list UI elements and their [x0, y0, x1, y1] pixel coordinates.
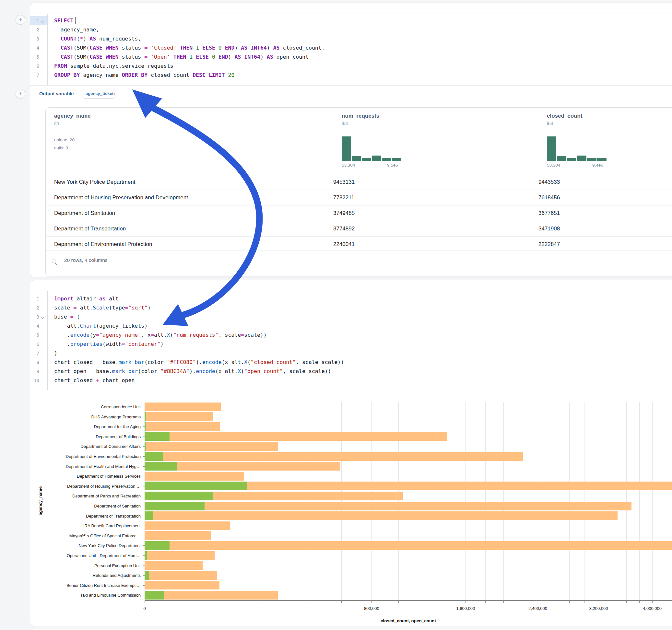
line-number: 10	[30, 376, 39, 385]
python-cell: 1import altair as alt2scale = alt.Scale(…	[30, 280, 672, 626]
hist-min-label: 53,304	[342, 163, 355, 168]
table-cell: Department of Transportation	[46, 221, 333, 236]
stat-nulls: nulls: 0	[54, 144, 342, 152]
code-line[interactable]: 6FROM sample_data.nyc.service_requests	[30, 62, 672, 71]
line-number: 5	[30, 331, 39, 340]
line-number: 4	[30, 321, 39, 331]
table-row[interactable]: Department of Transportation377489234719…	[46, 221, 672, 236]
hist-min-label: 53,304	[547, 163, 560, 168]
line-number: 1	[30, 294, 39, 303]
table-cell: 2222847	[538, 237, 672, 252]
table-cell: 2240041	[333, 237, 538, 252]
result-table-card: agency_name str unique: 20 nulls: 0 num_…	[45, 107, 672, 276]
output-variable-badge[interactable]: agency_tickets	[82, 89, 115, 98]
text-cursor	[75, 17, 75, 24]
add-cell-button-output[interactable]: +	[16, 89, 25, 98]
table-cell: 7618456	[538, 190, 672, 205]
code-line[interactable]: 10chart_closed + chart_open	[30, 376, 672, 385]
code-line[interactable]: 9chart_open = base.mark_bar(color="#8BC3…	[30, 367, 672, 376]
code-line[interactable]: 3 COUNT(*) AS num_requests,	[30, 34, 672, 43]
num-requests-histogram	[342, 137, 403, 161]
table-cell: Department of Housing Preservation and D…	[46, 190, 333, 205]
histogram-bar	[382, 158, 391, 161]
line-number: 9	[30, 367, 39, 376]
table-row[interactable]: Department of Environmental Protection22…	[46, 236, 672, 252]
table-cell: 3774892	[333, 221, 538, 236]
histogram-range-labels: 53,304 9.5e6	[342, 163, 403, 169]
table-row-count: 20 rows, 4 columns	[64, 257, 107, 263]
column-header-num-requests: num_requests i64 53,304 9.5e6	[342, 107, 547, 174]
fold-chevron-icon[interactable]	[41, 315, 44, 319]
table-row[interactable]: Department of Sanitation37494853677651	[46, 205, 672, 221]
histogram-bar	[577, 155, 586, 161]
add-cell-button-top[interactable]: +	[16, 15, 25, 25]
code-line[interactable]: 4 CAST(SUM(CASE WHEN status = 'Closed' T…	[30, 43, 672, 52]
stat-unique: unique: 20	[54, 136, 342, 144]
column-type: i64	[342, 121, 547, 126]
column-name: num_requests	[342, 113, 547, 119]
code-line[interactable]: 5 CAST(SUM(CASE WHEN status = 'Open' THE…	[30, 52, 672, 62]
column-header-agency-name: agency_name str unique: 20 nulls: 0	[54, 107, 342, 174]
line-number: 4	[30, 43, 39, 52]
table-rows: New York City Police Department945313194…	[46, 174, 672, 252]
table-cell: 3677651	[538, 205, 672, 221]
column-name: agency_name	[54, 113, 342, 119]
table-footer: 20 rows, 4 columns	[46, 250, 672, 276]
sql-code[interactable]: 1SELECT2 agency_name,3 COUNT(*) AS num_r…	[30, 16, 672, 80]
line-number: 2	[30, 25, 39, 34]
code-line[interactable]: 3base = (	[30, 312, 672, 321]
table-row[interactable]: New York City Police Department945313194…	[46, 174, 672, 190]
table-cell: Department of Environmental Protection	[46, 237, 333, 252]
line-number: 2	[30, 303, 39, 312]
line-number: 5	[30, 52, 39, 62]
sql-cell: 1SELECT2 agency_name,3 COUNT(*) AS num_r…	[30, 3, 672, 277]
table-cell: 9443533	[538, 174, 672, 190]
table-cell: 3749485	[333, 205, 538, 221]
histogram-bar	[372, 155, 381, 161]
code-line[interactable]: 4 alt.Chart(agency_tickets)	[30, 321, 672, 331]
python-code[interactable]: 1import altair as alt2scale = alt.Scale(…	[30, 294, 672, 385]
histogram-bar	[362, 158, 371, 161]
column-stats: unique: 20 nulls: 0	[54, 136, 342, 152]
histogram-bar	[547, 137, 556, 161]
next-cell-edge	[30, 629, 672, 630]
sql-output-separator	[30, 85, 672, 86]
code-line[interactable]: 6 .properties(width="container")	[30, 340, 672, 349]
search-icon[interactable]	[52, 259, 56, 263]
code-line[interactable]: 7)	[30, 349, 672, 358]
line-number: 7	[30, 71, 39, 80]
code-line[interactable]: 2scale = alt.Scale(type="sqrt")	[30, 303, 672, 312]
output-variable-label: Output variable:	[39, 91, 75, 96]
histogram-bar	[557, 156, 566, 161]
line-number: 1	[30, 16, 39, 25]
hist-max-label: 9.5e6	[387, 163, 398, 168]
histogram-bar	[597, 158, 606, 161]
table-row[interactable]: Department of Housing Preservation and D…	[46, 190, 672, 205]
column-name: closed_count	[547, 113, 672, 119]
code-line[interactable]: 1import altair as alt	[30, 294, 672, 303]
column-type: i64	[547, 121, 672, 126]
code-line[interactable]: 7GROUP BY agency_name ORDER BY closed_co…	[30, 71, 672, 80]
notebook-screen: + + 1SELECT2 agency_name,3 COUNT(*) AS n…	[0, 0, 672, 630]
code-line[interactable]: 2 agency_name,	[30, 25, 672, 34]
table-cell: 9453131	[333, 174, 538, 190]
table-cell: Department of Sanitation	[46, 205, 333, 221]
histogram-bar	[342, 137, 351, 161]
code-line[interactable]: 5 .encode(y="agency_name", x=alt.X("num_…	[30, 331, 672, 340]
table-cell: 7782211	[333, 190, 538, 205]
column-type: str	[54, 121, 342, 126]
line-number: 8	[30, 358, 39, 367]
code-line[interactable]: 8chart_closed = base.mark_bar(color="#FF…	[30, 358, 672, 367]
fold-chevron-icon[interactable]	[41, 19, 44, 22]
histogram-range-labels: 53,304 9.4e6	[547, 163, 608, 169]
hist-max-label: 9.4e6	[592, 163, 603, 168]
sql-editor-top-border	[30, 14, 672, 14]
table-header: agency_name str unique: 20 nulls: 0 num_…	[54, 107, 672, 174]
python-editor-top-border	[30, 291, 672, 291]
table-cell: New York City Police Department	[46, 174, 333, 190]
code-line[interactable]: 1SELECT	[30, 16, 672, 25]
line-number: 6	[30, 340, 39, 349]
histogram-bar	[352, 156, 361, 161]
histogram-bar	[587, 158, 597, 161]
line-number: 7	[30, 349, 39, 358]
